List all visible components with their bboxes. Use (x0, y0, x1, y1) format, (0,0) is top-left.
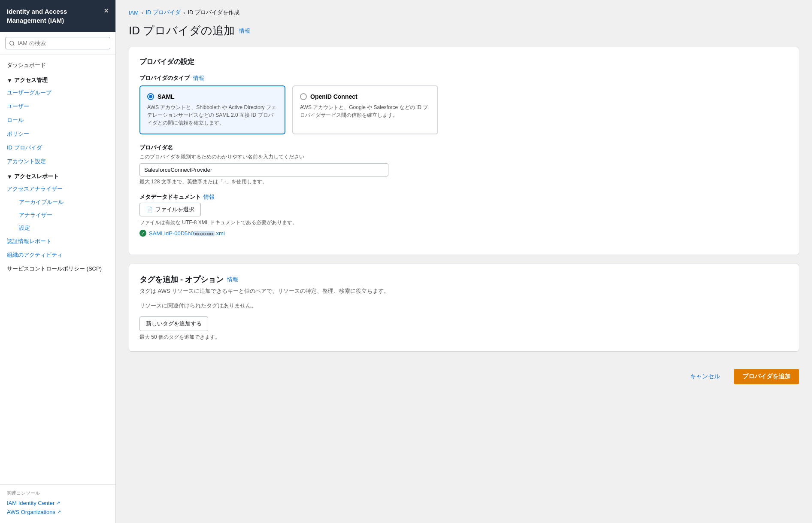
metadata-info-link[interactable]: 情報 (203, 193, 215, 201)
sidebar-item-archive-rules[interactable]: アーカイブルール (0, 196, 115, 209)
metadata-label: メタデータドキュメント 情報 (139, 193, 788, 201)
aws-organizations-link[interactable]: AWS Organizations ↗ (7, 509, 109, 515)
breadcrumb-sep-1: › (141, 9, 143, 16)
type-info-link[interactable]: 情報 (193, 74, 204, 82)
provider-name-hint: 最大 128 文字まで、英数字または「.-」を使用します。 (139, 178, 788, 185)
sidebar-nav: ダッシュボード ▼ アクセス管理 ユーザーグループ ユーザー ロール ポリシー … (0, 55, 115, 484)
tags-card: タグを追加 - オプション 情報 タグは AWS リソースに追加できるキーと値の… (129, 264, 799, 352)
sidebar-item-users[interactable]: ユーザー (0, 100, 115, 113)
success-icon: ✓ (139, 230, 146, 237)
search-input[interactable] (5, 37, 110, 49)
choose-file-button[interactable]: 📄 ファイルを選択 (139, 203, 201, 216)
metadata-note: ファイルは有効な UTF-8 XML ドキュメントである必要があります。 (139, 219, 788, 226)
file-name: SAMLIdP-00D5h0xxxxxxxx.xml (149, 230, 225, 237)
sidebar-item-dashboard[interactable]: ダッシュボード (0, 58, 115, 72)
cancel-button[interactable]: キャンセル (683, 369, 727, 384)
saml-option-header: SAML (147, 93, 278, 100)
collapse-arrow-icon: ▼ (7, 77, 12, 84)
submit-button[interactable]: プロバイダを追加 (734, 369, 799, 384)
saml-radio[interactable] (147, 93, 154, 100)
page-title: ID プロバイダの追加 情報 (129, 23, 799, 38)
sidebar-item-access-analyzer[interactable]: アクセスアナライザー (0, 182, 115, 196)
saml-desc: AWS アカウントと、Shibboleth や Active Directory… (147, 103, 278, 127)
saml-option[interactable]: SAML AWS アカウントと、Shibboleth や Active Dire… (139, 85, 285, 134)
tags-desc: タグは AWS リソースに追加できるキーと値のペアで、リソースの特定、整理、検索… (139, 287, 788, 295)
sidebar-item-id-providers[interactable]: ID プロバイダ (0, 141, 115, 155)
no-tags-label: リソースに関連付けられたタグはありません。 (139, 302, 788, 310)
openid-label: OpenID Connect (310, 93, 358, 100)
tag-limit: 最大 50 個のタグを追加できます。 (139, 334, 788, 341)
file-success: ✓ SAMLIdP-00D5h0xxxxxxxx.xml (139, 230, 788, 237)
openid-option[interactable]: OpenID Connect AWS アカウントと、Google や Sales… (292, 85, 438, 134)
sidebar-title: Identity and Access Management (IAM) (7, 7, 67, 25)
sidebar-item-analyzer[interactable]: アナライザー (0, 209, 115, 222)
file-icon: 📄 (146, 207, 153, 213)
radio-dot (149, 95, 152, 98)
openid-desc: AWS アカウントと、Google や Salesforce などの ID プロ… (300, 103, 430, 119)
provider-name-input[interactable] (139, 163, 388, 176)
sidebar-item-account-settings[interactable]: アカウント設定 (0, 155, 115, 168)
iam-identity-center-link[interactable]: IAM Identity Center ↗ (7, 500, 109, 506)
sidebar-item-settings[interactable]: 設定 (0, 222, 115, 234)
provider-name-group: プロバイダ名 このプロバイダを識別するためのわかりやすい名前を入力してください … (139, 144, 788, 185)
openid-radio[interactable] (300, 93, 307, 100)
provider-type-group: プロバイダのタイプ 情報 SAML AWS アカウントと、Shibboleth … (139, 74, 788, 134)
main-content: IAM › ID プロバイダ › ID プロバイダを作成 ID プロバイダの追加… (116, 0, 812, 523)
sidebar: Identity and Access Management (IAM) × ダ… (0, 0, 116, 523)
metadata-group: メタデータドキュメント 情報 📄 ファイルを選択 ファイルは有効な UTF-8 … (139, 193, 788, 237)
openid-option-header: OpenID Connect (300, 93, 430, 100)
sidebar-item-credential-report[interactable]: 認証情報レポート (0, 234, 115, 248)
related-consoles-title: 関連コンソール (7, 490, 109, 496)
sidebar-item-org-activity[interactable]: 組織のアクティビティ (0, 248, 115, 262)
sidebar-item-user-groups[interactable]: ユーザーグループ (0, 86, 115, 100)
external-link-icon-2: ↗ (57, 509, 61, 515)
sidebar-footer: 関連コンソール IAM Identity Center ↗ AWS Organi… (0, 484, 115, 523)
search-section (0, 32, 115, 55)
sidebar-item-policies[interactable]: ポリシー (0, 127, 115, 141)
breadcrumb-iam[interactable]: IAM (129, 9, 139, 16)
sidebar-item-scp[interactable]: サービスコントロールポリシー (SCP) (0, 262, 115, 276)
page-footer: キャンセル プロバイダを追加 (129, 360, 799, 384)
collapse-arrow-icon-2: ▼ (7, 173, 12, 180)
sidebar-section-access-report: ▼ アクセスレポート (0, 168, 115, 182)
sidebar-item-roles[interactable]: ロール (0, 113, 115, 127)
card-title: プロバイダの設定 (139, 58, 788, 67)
sidebar-header: Identity and Access Management (IAM) × (0, 0, 115, 32)
provider-options: SAML AWS アカウントと、Shibboleth や Active Dire… (139, 85, 788, 134)
breadcrumb-sep-2: › (183, 9, 185, 16)
close-icon[interactable]: × (104, 7, 109, 15)
provider-type-label: プロバイダのタイプ 情報 (139, 74, 788, 82)
breadcrumb-current: ID プロバイダを作成 (188, 9, 239, 16)
provider-name-sublabel: このプロバイダを識別するためのわかりやすい名前を入力してください (139, 153, 788, 161)
saml-label: SAML (158, 93, 175, 100)
tags-info-link[interactable]: 情報 (227, 276, 238, 283)
provider-name-label: プロバイダ名 (139, 144, 788, 152)
provider-settings-card: プロバイダの設定 プロバイダのタイプ 情報 SAML AWS アカウントと、Sh… (129, 47, 799, 255)
page-info-link[interactable]: 情報 (239, 27, 250, 35)
tags-title: タグを追加 - オプション 情報 (139, 274, 788, 285)
breadcrumb-id-providers[interactable]: ID プロバイダ (145, 9, 181, 16)
external-link-icon: ↗ (56, 500, 60, 506)
sidebar-section-access-management: ▼ アクセス管理 (0, 72, 115, 86)
breadcrumb: IAM › ID プロバイダ › ID プロバイダを作成 (129, 9, 799, 16)
add-tag-button[interactable]: 新しいタグを追加する (139, 316, 208, 331)
